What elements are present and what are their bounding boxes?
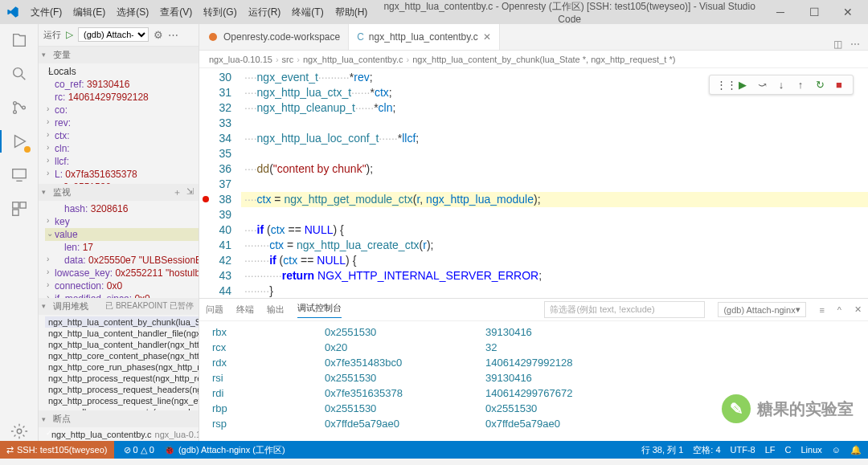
debug-more-icon[interactable]: ⋯ bbox=[168, 29, 178, 41]
encoding-status[interactable]: UTF-8 bbox=[731, 445, 755, 455]
close-tab-icon[interactable]: ✕ bbox=[483, 31, 491, 43]
menu-item[interactable]: 编辑(E) bbox=[68, 2, 110, 22]
callstack-header[interactable]: 调用堆栈 已 BREAKPOINT 已暂停 bbox=[39, 298, 199, 315]
start-debug-icon[interactable]: ▷ bbox=[66, 29, 73, 40]
callstack-frame[interactable]: ngx_http_core_run_phases(ngx_http_requ… bbox=[45, 361, 199, 373]
callstack-frame[interactable]: ngx_http_process_request(ngx_http_requ… bbox=[45, 373, 199, 384]
variable-row[interactable]: co_ref: 39130416 bbox=[45, 78, 199, 91]
extensions-icon[interactable] bbox=[10, 199, 29, 218]
close-button[interactable]: ✕ bbox=[834, 6, 862, 18]
debug-config-select[interactable]: (gdb) Attach-nginx bbox=[78, 27, 149, 42]
menu-item[interactable]: 运行(R) bbox=[244, 2, 286, 22]
panel-close-icon[interactable]: ✕ bbox=[854, 304, 862, 315]
language-status[interactable]: C bbox=[785, 445, 792, 455]
debug-session-dropdown[interactable]: (gdb) Attach-nginx▾ bbox=[718, 302, 806, 317]
run-debug-icon[interactable] bbox=[10, 132, 29, 151]
breadcrumb-item[interactable]: ngx_http_lua_contentby.c bbox=[303, 55, 403, 64]
watch-row[interactable]: data: 0x25550e7 "ULBSessionBacke… bbox=[45, 254, 199, 267]
step-over-icon[interactable]: ⤻ bbox=[755, 79, 769, 91]
variable-row[interactable]: co: bbox=[45, 104, 199, 116]
svg-point-1 bbox=[13, 102, 16, 105]
debug-settings-icon[interactable]: ⚙ bbox=[154, 29, 163, 41]
maximize-button[interactable]: ☐ bbox=[800, 6, 828, 18]
variable-row[interactable]: rc: 140614297992128 bbox=[45, 91, 199, 104]
settings-gear-icon[interactable] bbox=[10, 422, 29, 441]
indent-status[interactable]: 空格: 4 bbox=[693, 444, 720, 456]
menu-item[interactable]: 帮助(H) bbox=[330, 2, 373, 22]
locals-header[interactable]: Locals bbox=[45, 65, 199, 78]
stop-icon[interactable]: ■ bbox=[832, 79, 846, 91]
watch-row[interactable]: key bbox=[45, 215, 199, 228]
problems-status[interactable]: ⊘ 0 △ 0 bbox=[124, 445, 154, 455]
watch-row[interactable]: connection: 0x0 bbox=[45, 279, 199, 292]
menu-item[interactable]: 文件(F) bbox=[26, 2, 67, 22]
variable-row[interactable]: llcf: bbox=[45, 155, 199, 168]
breadcrumb-item[interactable]: ngx_lua-0.10.15 bbox=[209, 55, 272, 64]
tab-file[interactable]: C ngx_http_lua_contentby.c ✕ bbox=[349, 24, 500, 50]
panel-tab[interactable]: 终端 bbox=[236, 304, 254, 316]
remote-explorer-icon[interactable] bbox=[10, 165, 29, 185]
collapse-watch-icon[interactable]: ⇲ bbox=[186, 186, 194, 198]
breadcrumbs[interactable]: ngx_lua-0.10.15›src›ngx_http_lua_content… bbox=[199, 51, 868, 68]
feedback-icon[interactable]: ☺ bbox=[832, 445, 841, 455]
debug-status[interactable]: 🐞 (gdb) Attach-nginx (工作区) bbox=[164, 444, 285, 456]
panel-maximize-icon[interactable]: ^ bbox=[837, 305, 841, 315]
variables-header[interactable]: 变量 bbox=[39, 47, 199, 63]
watch-header[interactable]: 监视 ＋⇲ bbox=[39, 184, 199, 201]
minimize-button[interactable]: ─ bbox=[767, 6, 794, 18]
menu-item[interactable]: 转到(G) bbox=[199, 2, 241, 22]
watch-row[interactable]: hash: 3208616 bbox=[45, 202, 199, 215]
explorer-icon[interactable] bbox=[10, 31, 29, 50]
menu-item[interactable]: 选择(S) bbox=[112, 2, 154, 22]
tab-workspace[interactable]: Openresty.code-workspace bbox=[199, 24, 349, 50]
search-icon[interactable] bbox=[10, 64, 29, 84]
restart-icon[interactable]: ↻ bbox=[813, 79, 827, 91]
menu-item[interactable]: 终端(T) bbox=[287, 2, 328, 22]
callstack-frame[interactable]: ngx_http_lua_content_handler_file(ngx_… bbox=[45, 328, 199, 339]
eol-status[interactable]: LF bbox=[765, 445, 776, 455]
breadcrumb-item[interactable]: ngx_http_lua_content_by_chunk(lua_State … bbox=[412, 55, 675, 64]
variable-row[interactable]: cln: bbox=[45, 142, 199, 155]
code-lines[interactable]: ····ngx_event_t··········*rev;····ngx_ht… bbox=[241, 68, 868, 298]
breakpoints-header[interactable]: 断点 bbox=[39, 410, 199, 427]
callstack-frame[interactable]: ngx_http_lua_content_handler(ngx_http_… bbox=[45, 339, 199, 350]
variables-locals: Locals co_ref: 39130416rc: 1406142979921… bbox=[39, 63, 199, 184]
workspace-icon bbox=[207, 31, 219, 43]
watch-row[interactable]: value bbox=[45, 228, 199, 241]
callstack-frame[interactable]: ngx_http_lua_content_by_chunk(lua_Stat… bbox=[45, 316, 199, 328]
svg-point-2 bbox=[13, 111, 16, 114]
debug-console-filter[interactable]: 筛选器(例如 text, !exclude) bbox=[544, 301, 705, 318]
variable-row[interactable]: ctx: bbox=[45, 129, 199, 142]
os-status[interactable]: Linux bbox=[800, 445, 821, 455]
panel-tab[interactable]: 调试控制台 bbox=[297, 302, 342, 318]
source-control-icon[interactable] bbox=[10, 98, 29, 117]
menu-item[interactable]: 查看(V) bbox=[155, 2, 197, 22]
breadcrumb-item[interactable]: src bbox=[282, 55, 294, 64]
editor-tabs: Openresty.code-workspace C ngx_http_lua_… bbox=[199, 24, 868, 51]
watermark: ✎ 糖果的实验室 bbox=[722, 394, 854, 423]
callstack-frame[interactable]: ngx_http_core_content_phase(ngx_http_r… bbox=[45, 350, 199, 361]
drag-handle-icon[interactable]: ⋮⋮ bbox=[716, 79, 731, 91]
variable-row[interactable]: rev: bbox=[45, 116, 199, 129]
breakpoint-item[interactable]: ngx_http_lua_contentby.c ngx_lua-0.10...… bbox=[45, 430, 199, 439]
add-watch-icon[interactable]: ＋ bbox=[173, 186, 182, 198]
more-editor-icon[interactable]: ⋯ bbox=[850, 39, 860, 50]
variable-row[interactable]: L: 0x7fa351635378 bbox=[45, 168, 199, 181]
continue-icon[interactable]: ▶ bbox=[735, 79, 750, 91]
split-editor-icon[interactable]: ◫ bbox=[833, 39, 842, 50]
notifications-icon[interactable]: 🔔 bbox=[850, 445, 862, 455]
panel-tab[interactable]: 问题 bbox=[206, 304, 223, 316]
remote-ssh-status[interactable]: ⇄ SSH: test105(tweyseo) bbox=[0, 441, 114, 459]
callstack-frame[interactable]: ngx_http_process_request_line(ngx_even… bbox=[45, 395, 199, 406]
watch-row[interactable]: len: 17 bbox=[45, 241, 199, 254]
callstack-frame[interactable]: ngx_http_process_request_headers(ngx_e… bbox=[45, 384, 199, 395]
watch-row[interactable]: lowcase_key: 0x2552211 "hostulbse… bbox=[45, 267, 199, 279]
step-into-icon[interactable]: ↓ bbox=[774, 79, 788, 91]
titlebar: 文件(F)编辑(E)选择(S)查看(V)转到(G)运行(R)终端(T)帮助(H)… bbox=[0, 0, 868, 24]
step-out-icon[interactable]: ↑ bbox=[793, 79, 808, 91]
cursor-position[interactable]: 行 38, 列 1 bbox=[641, 444, 684, 456]
panel-tab[interactable]: 输出 bbox=[267, 304, 285, 316]
code-editor[interactable]: 3031323334353637383940414243444546 ····n… bbox=[199, 68, 868, 298]
panel-clear-icon[interactable]: ≡ bbox=[819, 305, 824, 315]
watch-row[interactable]: if_modified_since: 0x0 bbox=[45, 292, 199, 298]
